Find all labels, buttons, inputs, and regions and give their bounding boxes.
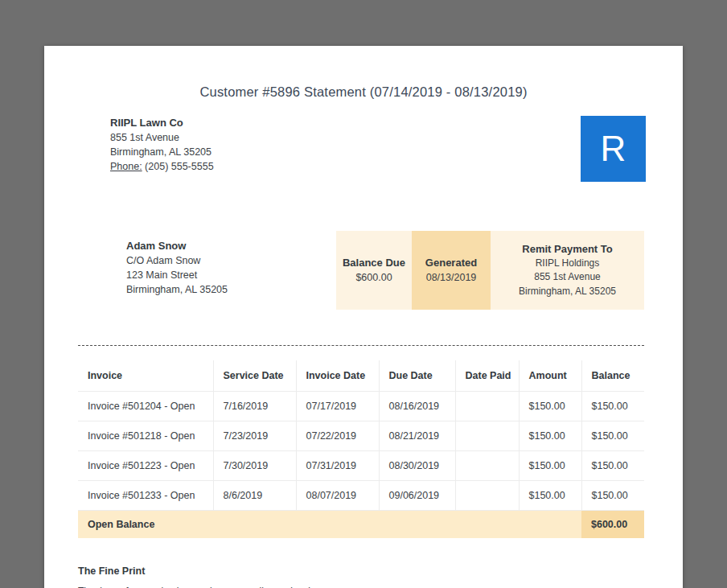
phone-label: Phone: [110,161,142,172]
balance-due-label: Balance Due [343,256,405,270]
cell-service-date: 8/6/2019 [213,481,296,511]
company-header-row: RIIPL Lawn Co 855 1st Avenue Birmingham,… [44,116,683,182]
viewer-background: { "header": { "title": "Customer #5896 S… [0,0,727,588]
dashed-divider [78,345,644,346]
col-header-date-paid: Date Paid [455,360,519,392]
customer-address-line1: 123 Main Street [126,268,228,282]
balance-due-box: Balance Due $600.00 [336,231,412,310]
generated-value: 08/13/2019 [426,270,477,285]
company-phone-line: Phone: (205) 555-5555 [110,159,214,174]
remit-name: RIIPL Holdings [536,257,600,271]
cell-invoice: Invoice #501218 - Open [78,421,213,451]
cell-amount: $150.00 [519,392,581,421]
cell-service-date: 7/16/2019 [213,392,296,421]
cell-balance: $150.00 [581,481,644,511]
balance-due-value: $600.00 [355,270,392,285]
cell-due-date: 08/16/2019 [379,392,455,421]
table-row: Invoice #501218 - Open 7/23/2019 07/22/2… [78,421,644,451]
cell-date-paid [455,481,519,511]
cell-due-date: 08/30/2019 [379,451,455,481]
col-header-due-date: Due Date [379,360,455,392]
cell-invoice: Invoice #501223 - Open [78,451,213,481]
summary-boxes: Balance Due $600.00 Generated 08/13/2019… [336,231,644,310]
open-balance-row: Open Balance $600.00 [78,511,644,539]
cell-invoice-date: 08/07/2019 [296,481,379,511]
table-header-row: Invoice Service Date Invoice Date Due Da… [78,360,644,392]
fine-print-section: The Fine Print Thank you for your busine… [78,565,644,588]
cell-date-paid [455,451,519,481]
customer-address-line2: Birmingham, AL 35205 [126,282,228,297]
cell-invoice: Invoice #501233 - Open [78,481,213,511]
cell-due-date: 09/06/2019 [379,481,455,511]
billing-summary-row: Adam Snow C/O Adam Snow 123 Main Street … [44,231,683,310]
cell-service-date: 7/30/2019 [213,451,296,481]
customer-name: Adam Snow [126,239,228,253]
cell-invoice: Invoice #501204 - Open [78,392,213,421]
cell-amount: $150.00 [519,451,581,481]
cell-due-date: 08/21/2019 [379,421,455,451]
logo-letter: R [601,129,626,169]
cell-amount: $150.00 [519,421,581,451]
table-row: Invoice #501204 - Open 7/16/2019 07/17/2… [78,392,644,421]
company-info: RIIPL Lawn Co 855 1st Avenue Birmingham,… [110,116,214,174]
statement-page: Customer #5896 Statement (07/14/2019 - 0… [44,46,683,588]
table-row: Invoice #501233 - Open 8/6/2019 08/07/20… [78,481,644,511]
phone-number: (205) 555-5555 [145,161,213,172]
col-header-amount: Amount [519,360,581,392]
company-address-line2: Birmingham, AL 35205 [110,145,214,159]
cell-date-paid [455,392,519,421]
cell-invoice-date: 07/22/2019 [296,421,379,451]
cell-balance: $150.00 [581,451,644,481]
cell-invoice-date: 07/31/2019 [296,451,379,481]
company-name: RIIPL Lawn Co [110,116,214,130]
cell-service-date: 7/23/2019 [213,421,296,451]
company-logo: R [581,116,646,182]
customer-info: Adam Snow C/O Adam Snow 123 Main Street … [126,239,228,297]
page-title: Customer #5896 Statement (07/14/2019 - 0… [44,46,683,100]
open-balance-value: $600.00 [581,511,644,539]
col-header-balance: Balance [581,360,644,392]
cell-amount: $150.00 [519,481,581,511]
col-header-service-date: Service Date [213,360,296,392]
col-header-invoice-date: Invoice Date [296,360,379,392]
remit-address-line1: 855 1st Avenue [534,270,601,285]
generated-label: Generated [425,256,477,270]
remit-label: Remit Payment To [522,242,612,257]
customer-care-of: C/O Adam Snow [126,253,228,268]
cell-invoice-date: 07/17/2019 [296,392,379,421]
remit-address-line2: Birmingham, AL 35205 [519,285,616,299]
remit-payment-box: Remit Payment To RIIPL Holdings 855 1st … [491,231,644,310]
generated-box: Generated 08/13/2019 [412,231,491,310]
fine-print-title: The Fine Print [78,565,644,577]
company-address-line1: 855 1st Avenue [110,130,214,145]
cell-balance: $150.00 [581,421,644,451]
cell-balance: $150.00 [581,392,644,421]
col-header-invoice: Invoice [78,360,213,392]
invoice-table: Invoice Service Date Invoice Date Due Da… [78,360,644,538]
table-row: Invoice #501223 - Open 7/30/2019 07/31/2… [78,451,644,481]
cell-date-paid [455,421,519,451]
open-balance-label: Open Balance [78,511,581,539]
